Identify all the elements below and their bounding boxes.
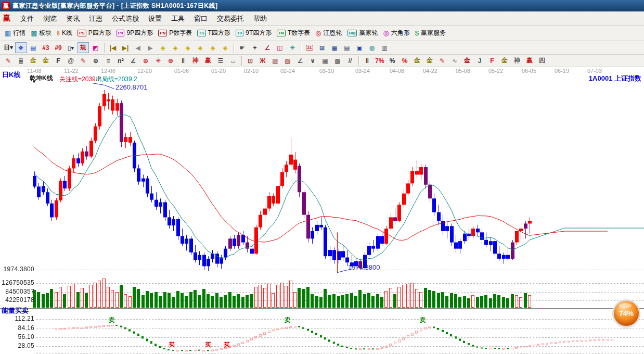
toolbar-button-ray-fan[interactable]: Ж bbox=[257, 55, 268, 66]
toolbar-button-slash-lines[interactable]: // bbox=[344, 55, 356, 66]
toolbar-button-hash-grid[interactable]: ≡ bbox=[102, 55, 114, 66]
toolbar-button-candle-style-dropdown[interactable]: ▯▾ bbox=[65, 42, 76, 53]
toolbar-button-grid-fan[interactable]: ▨ bbox=[269, 55, 281, 66]
toolbar-button-f-grid[interactable]: F bbox=[53, 55, 64, 66]
menu-item-文件[interactable]: 文件 bbox=[16, 14, 38, 23]
toolbar-button-crosshair-tool[interactable]: + bbox=[249, 42, 261, 53]
toolbar-button-calendar-21[interactable]: 21 bbox=[304, 42, 315, 53]
toolbar-button-save[interactable]: ▣ bbox=[354, 42, 365, 53]
toolbar-button-gann-wheel[interactable]: ◎江恩轮 bbox=[315, 29, 342, 37]
menu-item-设置[interactable]: 设置 bbox=[144, 14, 166, 23]
menu-item-江恩[interactable]: 江恩 bbox=[84, 14, 107, 23]
toolbar-button-notepad[interactable]: ▤ bbox=[341, 42, 353, 53]
toolbar-button-dense-grid-2[interactable]: ▩ bbox=[332, 55, 343, 66]
toolbar-button-grid-lines[interactable]: ≣ bbox=[15, 55, 27, 66]
toolbar-button-si-angle[interactable]: 四 bbox=[536, 55, 548, 66]
toolbar-button-page-left[interactable]: ◀ bbox=[132, 42, 144, 53]
toolbar-button-market-quotes[interactable]: ▦行情 bbox=[5, 29, 25, 37]
toolbar-button-winner-wheel[interactable]: Big赢家轮 bbox=[347, 29, 378, 37]
toolbar-button-grid-fan-2[interactable]: ▧ bbox=[282, 55, 293, 66]
toolbar-button-zoom-compress[interactable]: ◈ bbox=[195, 42, 206, 53]
toolbar-button-p-number-table[interactable]: PNP数字表 bbox=[158, 29, 192, 37]
toolbar-button-bars-9[interactable]: #9 bbox=[53, 42, 64, 53]
toolbar-button-p9-square[interactable]: P99P四方形 bbox=[117, 29, 153, 37]
toolbar-button-t-square[interactable]: TST四方形 bbox=[197, 29, 230, 37]
toolbar-button-gold-angle[interactable]: 金 bbox=[499, 55, 510, 66]
axis-value-label: 1974.3800 bbox=[0, 266, 34, 273]
toolbar-button-square-frame[interactable]: ⊡ bbox=[244, 55, 256, 66]
toolbar-button-zoom-reset[interactable]: ◈ bbox=[220, 42, 231, 53]
toolbar-button-price-bars[interactable]: ‖ bbox=[362, 55, 373, 66]
menu-item-工具[interactable]: 工具 bbox=[166, 14, 189, 23]
toolbar-button-width-arrows[interactable]: ↔ bbox=[227, 55, 239, 66]
toolbar-button-zoom-right[interactable]: ◈ bbox=[170, 42, 181, 53]
toolbar-button-dense-grid[interactable]: ▦ bbox=[319, 55, 331, 66]
progress-ball[interactable]: 74% bbox=[614, 301, 639, 326]
toolbar-button-p-square[interactable]: PSP四方形 bbox=[78, 29, 111, 37]
toolbar-button-spiral-tool[interactable]: @ bbox=[65, 55, 76, 66]
toolbar-button-angle-tool[interactable]: ∠ bbox=[262, 42, 273, 53]
toolbar-button-bars-3[interactable]: #3 bbox=[40, 42, 51, 53]
toolbar-button-t-number-table[interactable]: TNT数字表 bbox=[277, 29, 310, 37]
toolbar-button-circle-grid[interactable]: ⊕ bbox=[90, 55, 101, 66]
toolbar-button-zoom-all[interactable]: ◈ bbox=[207, 42, 218, 53]
toolbar-button-draw-brush[interactable]: ✎ bbox=[3, 55, 14, 66]
toolbar-button-web-chart[interactable]: ❖ bbox=[15, 42, 27, 53]
toolbar-button-percent-lines[interactable]: % bbox=[399, 55, 410, 66]
toolbar-button-web-analysis[interactable]: ✳ bbox=[287, 42, 298, 53]
toolbar-button-target-cross[interactable]: ⊕ bbox=[140, 55, 151, 66]
toolbar-button-f-angle[interactable]: F bbox=[486, 55, 498, 66]
toolbar-button-wave-overlap[interactable]: ∿ bbox=[449, 55, 460, 66]
toolbar-button-f10-info[interactable]: ▤ bbox=[28, 42, 39, 53]
toolbar-button-winner-service[interactable]: $赢家服务 bbox=[415, 29, 446, 37]
indicator-dropdown-icon[interactable]: ▼ bbox=[32, 80, 36, 84]
toolbar-button-page-right[interactable]: ▶ bbox=[145, 42, 156, 53]
toolbar-button-percent[interactable]: % bbox=[387, 55, 398, 66]
toolbar-button-star-grid[interactable]: ✳ bbox=[152, 55, 164, 66]
toolbar-button-quote-lines[interactable]: ‖ bbox=[177, 55, 189, 66]
toolbar-button-gold-grid-1[interactable]: 金 bbox=[28, 55, 39, 66]
toolbar-button-gold-lines[interactable]: 金 bbox=[424, 55, 435, 66]
toolbar-button-zoom-horizontal[interactable]: ◈ bbox=[157, 42, 169, 53]
toolbar-button-ying-angle[interactable]: 赢 bbox=[524, 55, 535, 66]
toolbar-button-shen-angle[interactable]: 神 bbox=[511, 55, 523, 66]
menu-item-公式选股[interactable]: 公式选股 bbox=[107, 14, 144, 23]
toolbar-button-ying-grid[interactable]: 赢 bbox=[202, 55, 214, 66]
menu-item-帮助[interactable]: 帮助 bbox=[249, 14, 272, 23]
toolbar-button-v-lines[interactable]: ∨ bbox=[307, 55, 318, 66]
toolbar-button-jump-end[interactable]: ▶| bbox=[120, 42, 131, 53]
toolbar-button-shen-grid[interactable]: 神 bbox=[190, 55, 201, 66]
toolbar-button-percent-7[interactable]: 7% bbox=[374, 55, 385, 66]
toolbar-button-sector-blocks[interactable]: ▩板块 bbox=[31, 29, 51, 37]
menu-item-浏览[interactable]: 浏览 bbox=[38, 14, 61, 23]
toolbar-button-kline-view[interactable]: ‖K线 bbox=[57, 29, 72, 37]
toolbar-button-brush-line[interactable]: ✎ bbox=[436, 55, 448, 66]
toolbar-button-calculator[interactable]: ⊞ bbox=[316, 42, 328, 53]
toolbar-button-ruler-scale[interactable]: ☰ bbox=[215, 55, 226, 66]
toolbar-button-angle-a[interactable]: ∡ bbox=[127, 55, 139, 66]
menu-item-资讯[interactable]: 资讯 bbox=[61, 14, 84, 23]
menu-item-交易委托[interactable]: 交易委托 bbox=[212, 14, 249, 23]
toolbar-button-period-day-dropdown[interactable]: 日▾ bbox=[3, 42, 14, 53]
toolbar-button-region-tool[interactable]: ◫ bbox=[274, 42, 286, 53]
toolbar-button-web-grid[interactable]: ⊛ bbox=[165, 55, 176, 66]
toolbar-button-t9-square[interactable]: T99T四方形 bbox=[236, 29, 272, 37]
toolbar-button-angle-rays[interactable]: ∠ bbox=[294, 55, 306, 66]
toolbar-button-gann-frame[interactable]: 规 bbox=[78, 42, 89, 53]
kline-chart-canvas[interactable] bbox=[0, 67, 644, 354]
toolbar-button-hexagon[interactable]: ◎六角形 bbox=[383, 29, 409, 37]
toolbar-button-gold-circle[interactable]: 金 bbox=[411, 55, 423, 66]
toolbar-button-gold-underline[interactable]: 金 bbox=[461, 55, 473, 66]
toolbar-button-color-levels[interactable]: ◩ bbox=[90, 42, 101, 53]
toolbar-button-jump-start[interactable]: |◀ bbox=[107, 42, 119, 53]
toolbar-button-zoom-width[interactable]: ◈ bbox=[182, 42, 194, 53]
toolbar-button-hand-tool[interactable]: ☛ bbox=[237, 42, 248, 53]
toolbar-button-export[interactable]: ◍ bbox=[366, 42, 378, 53]
toolbar-button-red-brush[interactable]: ✎ bbox=[78, 55, 89, 66]
toolbar-button-print[interactable]: ▥ bbox=[379, 42, 390, 53]
toolbar-button-gold-grid-2[interactable]: 金 bbox=[40, 55, 51, 66]
menu-item-窗口[interactable]: 窗口 bbox=[189, 14, 212, 23]
toolbar-button-j-angle[interactable]: J bbox=[474, 55, 485, 66]
toolbar-button-data-sheet[interactable]: ▦ bbox=[329, 42, 340, 53]
toolbar-button-n-squared[interactable]: n² bbox=[115, 55, 126, 66]
